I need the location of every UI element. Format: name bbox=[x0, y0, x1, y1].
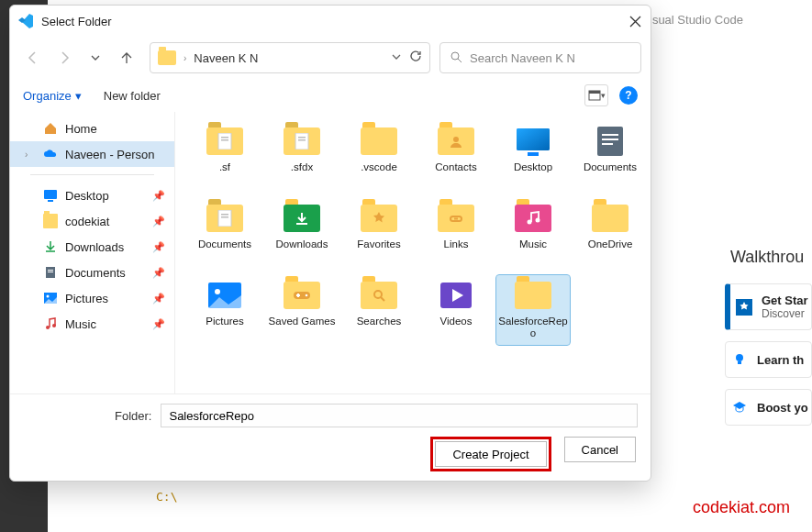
svg-rect-23 bbox=[517, 128, 550, 150]
folder-icon bbox=[205, 279, 245, 312]
refresh-button[interactable] bbox=[409, 50, 422, 66]
folder-label: OneDrive bbox=[588, 238, 633, 264]
dialog-toolbar: Organize ▾ New folder ▾ ? bbox=[10, 79, 651, 112]
dialog-footer: Folder: Create Project Cancel bbox=[10, 393, 651, 481]
walkthrough-card-get-started[interactable]: Get StarDiscover bbox=[725, 283, 812, 330]
walkthrough-card-boost[interactable]: Boost yo bbox=[725, 389, 812, 426]
chevron-right-icon: › bbox=[25, 150, 28, 160]
folder-label: Videos bbox=[440, 316, 473, 341]
cancel-button[interactable]: Cancel bbox=[564, 437, 636, 462]
folder-tile[interactable]: OneDrive bbox=[573, 198, 647, 268]
star-icon bbox=[736, 299, 752, 316]
svg-rect-17 bbox=[221, 139, 228, 141]
svg-point-14 bbox=[52, 324, 56, 327]
folder-label: .sfdx bbox=[291, 161, 313, 187]
folder-icon bbox=[436, 202, 476, 235]
svg-rect-15 bbox=[218, 133, 231, 150]
folder-label: Favorites bbox=[357, 238, 400, 264]
dialog-titlebar: Select Folder bbox=[10, 6, 651, 37]
svg-point-1 bbox=[736, 354, 743, 361]
folder-label: SalesforceRepo bbox=[498, 316, 568, 341]
folder-icon bbox=[359, 279, 399, 312]
close-button[interactable] bbox=[627, 13, 643, 29]
search-input[interactable]: Search Naveen K N bbox=[439, 42, 641, 73]
folder-name-input[interactable] bbox=[161, 404, 638, 427]
music-icon bbox=[43, 316, 58, 331]
recent-locations-button[interactable] bbox=[82, 44, 109, 72]
svg-rect-25 bbox=[597, 127, 623, 156]
folder-tile[interactable]: Pictures bbox=[188, 275, 261, 345]
home-icon bbox=[43, 121, 58, 136]
chevron-down-icon[interactable] bbox=[391, 50, 402, 66]
folder-name-label: Folder: bbox=[115, 409, 151, 423]
svg-rect-24 bbox=[528, 152, 539, 156]
folder-tile[interactable]: Music bbox=[496, 198, 570, 268]
organize-menu[interactable]: Organize ▾ bbox=[23, 89, 82, 103]
create-project-button[interactable]: Create Project bbox=[435, 441, 546, 467]
download-icon bbox=[43, 239, 58, 254]
folder-label: Documents bbox=[198, 238, 251, 264]
vscode-window-title: isual Studio Code bbox=[650, 13, 743, 27]
folder-icon bbox=[436, 279, 476, 312]
svg-rect-10 bbox=[48, 272, 53, 272]
sidebar-item-pictures[interactable]: Pictures📌 bbox=[10, 285, 174, 311]
folder-tile[interactable]: Favorites bbox=[342, 198, 416, 268]
svg-point-39 bbox=[306, 294, 308, 297]
svg-point-3 bbox=[451, 52, 459, 60]
folder-icon bbox=[513, 202, 553, 235]
folder-label: Saved Games bbox=[269, 316, 336, 341]
sidebar-item-documents[interactable]: Documents📌 bbox=[10, 260, 174, 285]
svg-point-37 bbox=[215, 289, 220, 294]
walkthroughs-panel: Walkthrou Get StarDiscover Learn th Boos… bbox=[725, 248, 812, 437]
folder-icon bbox=[513, 125, 553, 158]
view-options-button[interactable]: ▾ bbox=[584, 84, 608, 106]
folder-tile[interactable]: Documents bbox=[573, 121, 647, 191]
svg-rect-28 bbox=[602, 143, 613, 145]
folder-icon bbox=[205, 202, 245, 235]
folder-tile[interactable]: Searches bbox=[342, 275, 416, 345]
svg-point-21 bbox=[453, 137, 459, 142]
forward-button[interactable] bbox=[50, 44, 78, 72]
folder-tile[interactable]: Videos bbox=[419, 275, 493, 345]
folder-tile[interactable]: .sfdx bbox=[265, 121, 339, 191]
folder-icon bbox=[282, 279, 322, 312]
pin-icon: 📌 bbox=[152, 241, 165, 253]
svg-rect-27 bbox=[602, 139, 618, 140]
folder-tile[interactable]: SalesforceRepo bbox=[496, 275, 570, 345]
sidebar-item-home[interactable]: Home bbox=[10, 116, 174, 141]
folder-tile[interactable]: .sf bbox=[188, 121, 261, 191]
svg-rect-9 bbox=[48, 270, 53, 271]
sidebar-item-music[interactable]: Music📌 bbox=[10, 311, 174, 337]
search-icon bbox=[450, 50, 462, 66]
sidebar-item-desktop[interactable]: Desktop📌 bbox=[10, 183, 174, 208]
folder-tile[interactable]: Contacts bbox=[419, 121, 493, 191]
folder-tile[interactable]: Links bbox=[419, 198, 493, 268]
sidebar-item-onedrive[interactable]: › Naveen - Person bbox=[10, 141, 174, 167]
folder-tile[interactable]: Downloads bbox=[265, 198, 339, 268]
folder-tile[interactable]: Documents bbox=[188, 198, 261, 268]
folder-icon bbox=[205, 125, 245, 158]
pin-icon: 📌 bbox=[152, 267, 165, 279]
address-bar[interactable]: › Naveen K N bbox=[150, 42, 430, 73]
sidebar-item-codekiat[interactable]: codekiat📌 bbox=[10, 208, 174, 234]
svg-rect-29 bbox=[218, 210, 231, 227]
new-folder-button[interactable]: New folder bbox=[104, 89, 161, 103]
pin-icon: 📌 bbox=[152, 190, 165, 202]
back-button[interactable] bbox=[19, 44, 47, 72]
up-button[interactable] bbox=[113, 44, 140, 72]
walkthrough-card-learn[interactable]: Learn th bbox=[725, 341, 812, 378]
svg-point-12 bbox=[47, 295, 50, 298]
folder-label: Pictures bbox=[206, 316, 244, 341]
folder-tile[interactable]: .vscode bbox=[342, 121, 416, 191]
folder-tile[interactable]: Saved Games bbox=[265, 275, 339, 345]
pin-icon: 📌 bbox=[152, 216, 165, 227]
desktop-icon bbox=[43, 188, 58, 203]
svg-rect-19 bbox=[298, 137, 306, 139]
dialog-title: Select Folder bbox=[41, 15, 112, 28]
folder-tile[interactable]: Desktop bbox=[496, 121, 570, 191]
chevron-right-icon: › bbox=[184, 53, 186, 63]
sidebar-item-downloads[interactable]: Downloads📌 bbox=[10, 234, 174, 260]
folder-label: Downloads bbox=[276, 238, 328, 264]
folder-label: .vscode bbox=[361, 161, 397, 187]
help-button[interactable]: ? bbox=[619, 86, 638, 105]
